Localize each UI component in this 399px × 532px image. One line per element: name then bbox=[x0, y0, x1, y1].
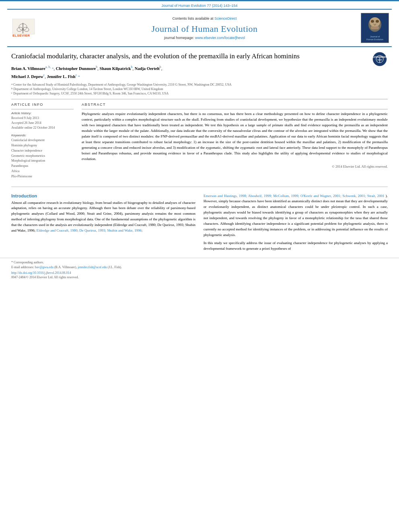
authors-line-2: Michael J. Depewc, Jennifer L. Fishc * bbox=[11, 73, 388, 80]
sciencedirect-link[interactable]: ScienceDirect bbox=[214, 16, 237, 21]
intro-paragraph-right: Emerson and Hastings, 1998; Abouheif, 19… bbox=[204, 193, 388, 238]
keyword-4: Geometric morphometrics bbox=[11, 154, 74, 159]
affiliations: a Center for the Advanced Study of Homin… bbox=[11, 82, 388, 96]
accepted-date: Accepted 26 June 2014 bbox=[11, 121, 74, 125]
abstract-divider bbox=[82, 109, 388, 109]
keywords-section: Keywords: Craniofacial development Homin… bbox=[11, 134, 74, 179]
journal-thumbnail: Journal of Human Evolution bbox=[361, 13, 389, 43]
info-divider bbox=[11, 109, 74, 109]
journal-thumbnail-area: Journal of Human Evolution bbox=[358, 13, 392, 43]
footer-section: * Corresponding authors. E-mail addresse… bbox=[0, 258, 399, 281]
abstract-copyright: © 2014 Elsevier Ltd. All rights reserved… bbox=[82, 164, 388, 168]
email2-link[interactable]: jennifer.fish@ucsf.edu bbox=[78, 265, 107, 269]
email1-link[interactable]: bav@gwu.edu bbox=[35, 265, 53, 269]
article-title: Craniofacial modularity, character analy… bbox=[11, 52, 388, 61]
homepage-line: journal homepage: www.elsevier.com/locat… bbox=[164, 36, 245, 40]
affiliation-a: a Center for the Advanced Study of Homin… bbox=[11, 82, 388, 87]
body-separator bbox=[11, 187, 388, 187]
svg-point-11 bbox=[376, 20, 379, 23]
thumbnail-svg: Journal of Human Evolution bbox=[361, 13, 389, 43]
authors-line: Brian A. Villmoarea, b, *, Christopher D… bbox=[11, 65, 388, 72]
svg-rect-1 bbox=[12, 19, 35, 34]
header-center: Contents lists available at ScienceDirec… bbox=[51, 13, 358, 43]
keyword-6: Paranthropus bbox=[11, 164, 74, 169]
homepage-link[interactable]: www.elsevier.com/locate/jhevol bbox=[195, 36, 245, 40]
svg-point-10 bbox=[371, 20, 374, 23]
intro-paragraph-right-2: In this study we specifically address th… bbox=[204, 240, 388, 252]
elsevier-logo: ELSEVIER bbox=[12, 18, 47, 38]
crossmark-badge[interactable]: CrossMark bbox=[372, 52, 388, 67]
body-right-col: Emerson and Hastings, 1998; Abouheif, 19… bbox=[204, 193, 388, 252]
doi-line[interactable]: http://dx.doi.org/10.1016/j.jhevol.2014.… bbox=[11, 271, 388, 275]
available-date: Available online 22 October 2014 bbox=[11, 125, 74, 130]
elsevier-logo-area: ELSEVIER bbox=[7, 13, 51, 43]
abstract-column: ABSTRACT Phylogenetic analyses require e… bbox=[82, 103, 388, 179]
affiliation-b: b Department of Anthropology, University… bbox=[11, 87, 388, 91]
eldredge-link[interactable]: Eldredge and Cracraft, 1980; De Queiroz,… bbox=[37, 228, 143, 232]
keyword-3: Character independence bbox=[11, 148, 74, 154]
journal-header: ELSEVIER Contents lists available at Sci… bbox=[7, 9, 392, 47]
corresponding-authors-note: * Corresponding authors. bbox=[11, 260, 388, 265]
keywords-label: Keywords: bbox=[11, 134, 74, 137]
copyright-footer: 0047-2484/© 2014 Elsevier Ltd. All right… bbox=[11, 275, 388, 279]
contents-available-line: Contents lists available at ScienceDirec… bbox=[172, 16, 237, 21]
top-journal-ref: Journal of Human Evolution 77 (2014) 143… bbox=[0, 1, 399, 9]
emerson-link[interactable]: Emerson and Hastings, 1998; Abouheif, 19… bbox=[204, 194, 385, 198]
introduction-heading: Introduction bbox=[11, 193, 195, 198]
author-fish: Jennifer L. Fish bbox=[47, 74, 75, 79]
keyword-5: Morphological integration bbox=[11, 158, 74, 164]
article-info-label: ARTICLE INFO bbox=[11, 103, 74, 107]
keyword-2: Hominin phylogeny bbox=[11, 143, 74, 148]
abstract-text: Phylogenetic analyses require evolutiona… bbox=[82, 111, 388, 162]
divider-after-authors bbox=[11, 99, 388, 99]
svg-text:ELSEVIER: ELSEVIER bbox=[12, 34, 30, 37]
author-oertelt: Nadja Oertelt bbox=[135, 66, 160, 71]
article-info-column: ARTICLE INFO Article history: Received 9… bbox=[11, 103, 74, 179]
article-info-abstract: ARTICLE INFO Article history: Received 9… bbox=[11, 103, 388, 179]
svg-rect-12 bbox=[371, 26, 379, 29]
body-section: Introduction Almost all comparative rese… bbox=[0, 189, 399, 256]
intro-paragraph-1: Almost all comparative research in evolu… bbox=[11, 200, 195, 234]
crossmark-icon: CrossMark bbox=[372, 52, 387, 66]
author-dunmore: Christopher Dunmore bbox=[56, 66, 96, 71]
journal-title: Journal of Human Evolution bbox=[151, 24, 257, 34]
article-history-label: Article history: bbox=[11, 111, 74, 115]
author-depew: Michael J. Depew bbox=[11, 74, 43, 79]
email-footnote: E-mail addresses: bav@gwu.edu (B.A. Vill… bbox=[11, 265, 388, 270]
author-kilpatrick: Shaun Kilpatrick bbox=[100, 66, 131, 71]
keyword-8: Plio-Pleistocene bbox=[11, 174, 74, 179]
keyword-7: Africa bbox=[11, 169, 74, 174]
body-left-col: Introduction Almost all comparative rese… bbox=[11, 193, 195, 252]
abstract-label: ABSTRACT bbox=[82, 103, 388, 107]
keyword-1: Craniofacial development bbox=[11, 138, 74, 143]
page: Journal of Human Evolution 77 (2014) 143… bbox=[0, 0, 399, 532]
received-date: Received 9 July 2013 bbox=[11, 116, 74, 121]
svg-text:Human Evolution: Human Evolution bbox=[366, 38, 383, 41]
affiliation-c: c Department of Orthopaedic Surgery, UCS… bbox=[11, 91, 388, 96]
svg-text:Journal of: Journal of bbox=[370, 35, 380, 38]
author-villmoare: Brian A. Villmoare bbox=[11, 66, 45, 71]
article-content: Craniofacial modularity, character analy… bbox=[0, 47, 399, 184]
